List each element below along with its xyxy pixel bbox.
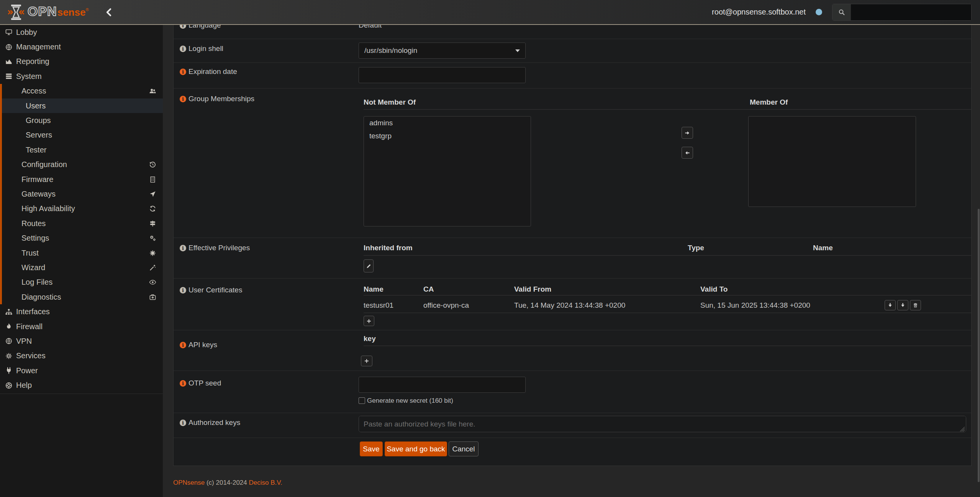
opnsense-logo[interactable]: OPNsense® xyxy=(8,4,89,21)
status-indicator-dot[interactable] xyxy=(816,9,822,15)
api-keys-label: API keys xyxy=(188,341,217,349)
sidebar-item-label: Tester xyxy=(26,146,46,154)
remove-from-group-button[interactable] xyxy=(682,147,693,159)
not-member-of-listbox[interactable]: adminstestgrp xyxy=(364,116,531,226)
edit-privileges-button[interactable] xyxy=(364,259,374,272)
sidebar-item-reporting[interactable]: Reporting xyxy=(0,54,163,69)
cert-col-valid-from: Valid From xyxy=(514,285,551,294)
sidebar-item-trust[interactable]: Trust xyxy=(2,246,163,260)
sidebar-item-label: Wizard xyxy=(21,263,45,272)
member-of-header: Member Of xyxy=(750,98,788,107)
add-api-key-button[interactable] xyxy=(361,356,372,366)
header-divider xyxy=(364,295,971,295)
info-icon[interactable]: i xyxy=(180,287,186,294)
vertical-scrollbar-thumb[interactable] xyxy=(978,209,980,482)
sidebar-item-help[interactable]: Help xyxy=(0,378,163,392)
cert-col-name: Name xyxy=(364,285,383,294)
col-type: Type xyxy=(688,244,704,252)
authorized-keys-textarea[interactable] xyxy=(359,416,966,432)
sidebar-item-label: Reporting xyxy=(16,57,49,66)
footer-copyright: (c) 2014-2024 xyxy=(206,479,247,486)
user-edit-form-panel: i Language Default i Login shell /usr/sb… xyxy=(173,25,972,466)
form-row-user-certificates: i User Certificates Name CA Valid From V… xyxy=(174,278,971,330)
sidebar-item-interfaces[interactable]: Interfaces xyxy=(0,304,163,319)
sidebar-item-label: High Availability xyxy=(21,204,75,213)
sidebar-item-firmware[interactable]: Firmware xyxy=(2,172,163,187)
member-of-listbox[interactable] xyxy=(748,116,916,207)
info-icon[interactable]: i xyxy=(180,380,186,387)
download-key-button[interactable] xyxy=(897,300,908,310)
user-certificates-label: User Certificates xyxy=(188,286,242,294)
info-icon[interactable]: i xyxy=(180,342,186,348)
logged-in-user: root@opnsense.softbox.net xyxy=(712,8,806,16)
sidebar-item-vpn[interactable]: VPN xyxy=(0,334,163,348)
otp-seed-label: OTP seed xyxy=(188,379,221,387)
info-icon[interactable]: i xyxy=(180,46,186,52)
chevron-left-icon xyxy=(104,7,114,17)
globe-icon xyxy=(5,43,13,51)
authorized-keys-label-group: i Authorized keys xyxy=(180,418,240,427)
form-row-api-keys: i API keys key xyxy=(174,330,971,371)
sidebar-item-label: Configuration xyxy=(21,160,67,169)
list-item[interactable]: testgrp xyxy=(364,130,531,143)
search-input[interactable] xyxy=(851,4,971,20)
certificate-icon xyxy=(149,249,156,257)
row-divider xyxy=(364,313,971,313)
sidebar-item-label: VPN xyxy=(16,337,32,346)
map-signs-icon xyxy=(149,220,156,227)
info-icon[interactable]: i xyxy=(180,420,186,426)
expiration-date-input[interactable] xyxy=(359,67,526,83)
download-certificate-button[interactable] xyxy=(885,300,896,310)
sidebar-item-routes[interactable]: Routes xyxy=(2,216,163,231)
sidebar-item-lobby[interactable]: Lobby xyxy=(0,25,163,39)
sidebar-item-wizard[interactable]: Wizard xyxy=(2,260,163,275)
sidebar-item-servers[interactable]: Servers xyxy=(2,128,163,143)
info-icon[interactable]: i xyxy=(180,96,186,102)
sidebar-item-log-files[interactable]: Log Files xyxy=(2,275,163,290)
form-row-login-shell: i Login shell /usr/sbin/nologin xyxy=(174,39,971,63)
plus-icon xyxy=(366,318,372,324)
sidebar-item-power[interactable]: Power xyxy=(0,363,163,378)
footer-opnsense-link[interactable]: OPNsense xyxy=(173,479,205,486)
group-memberships-label: Group Memberships xyxy=(188,95,254,103)
sidebar-item-configuration[interactable]: Configuration xyxy=(2,157,163,172)
sidebar-item-services[interactable]: Services xyxy=(0,349,163,363)
sidebar-collapse-button[interactable] xyxy=(104,7,114,17)
save-and-go-back-button[interactable]: Save and go back xyxy=(385,441,447,456)
sidebar-item-tester[interactable]: Tester xyxy=(2,143,163,157)
otp-seed-input[interactable] xyxy=(359,377,526,393)
generate-secret-label: Generate new secret (160 bit) xyxy=(367,397,453,405)
sidebar-item-label: System xyxy=(16,72,42,81)
info-icon[interactable]: i xyxy=(180,245,186,251)
add-to-group-button[interactable] xyxy=(682,127,693,139)
sidebar-item-label: Help xyxy=(16,381,32,390)
arrow-right-icon xyxy=(684,130,690,136)
login-shell-label-group: i Login shell xyxy=(180,44,223,53)
login-shell-select[interactable]: /usr/sbin/nologin xyxy=(359,43,526,59)
cert-valid-from-value: Tue, 14 May 2024 13:44:38 +0200 xyxy=(514,301,625,310)
page-footer: OPNsense (c) 2014-2024 Deciso B.V. xyxy=(173,479,282,487)
sidebar-item-access[interactable]: Access xyxy=(2,84,163,98)
sidebar-item-groups[interactable]: Groups xyxy=(2,113,163,128)
footer-deciso-link[interactable]: Deciso B.V. xyxy=(249,479,282,486)
sidebar-item-system[interactable]: System xyxy=(0,69,163,84)
sidebar-item-high-availability[interactable]: High Availability xyxy=(2,202,163,216)
generate-secret-checkbox[interactable] xyxy=(359,397,365,404)
form-actions-row: Save Save and go back Cancel xyxy=(174,438,971,465)
group-memberships-label-group: i Group Memberships xyxy=(180,95,254,103)
sidebar-item-diagnostics[interactable]: Diagnostics xyxy=(2,290,163,304)
sidebar-item-firewall[interactable]: Firewall xyxy=(0,319,163,334)
sidebar-item-users[interactable]: Users xyxy=(2,98,163,113)
api-keys-col-key: key xyxy=(364,335,376,343)
cert-name-value: testusr01 xyxy=(364,301,393,310)
info-icon[interactable]: i xyxy=(180,69,186,75)
cancel-button[interactable]: Cancel xyxy=(449,441,479,456)
add-certificate-button[interactable] xyxy=(364,316,374,326)
sidebar-item-management[interactable]: Management xyxy=(0,39,163,54)
arrow-left-icon xyxy=(684,150,690,156)
save-button[interactable]: Save xyxy=(360,441,383,456)
list-item[interactable]: admins xyxy=(364,116,531,130)
sidebar-item-settings[interactable]: Settings xyxy=(2,231,163,245)
sidebar-item-gateways[interactable]: Gateways xyxy=(2,187,163,201)
delete-certificate-button[interactable] xyxy=(910,300,921,310)
